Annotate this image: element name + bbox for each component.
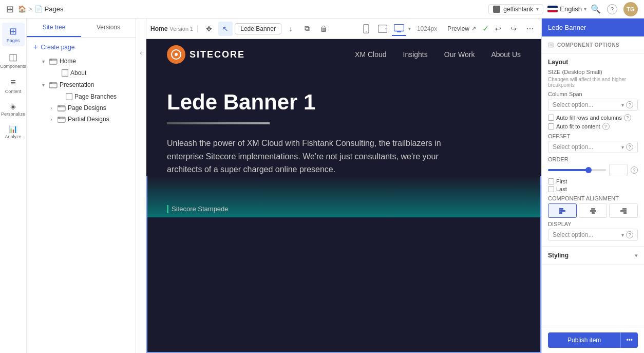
- order-number-input[interactable]: [609, 164, 628, 176]
- chevron-down-icon[interactable]: ▾: [39, 59, 47, 64]
- tab-site-tree[interactable]: Site tree: [27, 18, 81, 37]
- grid-icon-small: ⊞: [548, 41, 554, 49]
- duplicate-button[interactable]: ⧉: [300, 22, 314, 36]
- device-desktop-button[interactable]: [392, 22, 406, 36]
- chevron-right-icon-page-designs[interactable]: ›: [47, 105, 55, 111]
- publish-more-button[interactable]: •••: [620, 332, 638, 348]
- order-slider[interactable]: [548, 169, 606, 171]
- version-info: Version 1: [169, 26, 193, 32]
- breadcrumb-current: 📄 Pages: [34, 5, 64, 13]
- preview-button[interactable]: Preview ↗: [443, 23, 480, 34]
- display-chevron: ▾: [621, 232, 624, 238]
- right-panel-header: Lede Banner: [542, 18, 644, 36]
- tree-item-page-designs[interactable]: › Page Designs: [27, 102, 136, 114]
- tab-versions[interactable]: Versions: [81, 18, 136, 37]
- tree-item-home[interactable]: ▾ Home •••: [27, 55, 136, 67]
- redo-button[interactable]: ↪: [506, 22, 521, 36]
- search-icon[interactable]: 🔍: [591, 4, 601, 14]
- device-tablet-button[interactable]: [375, 22, 390, 36]
- tree-item-partial-designs[interactable]: › Partial Designs: [27, 114, 136, 125]
- offset-label: OFFSET: [548, 133, 638, 139]
- sidebar-item-pages[interactable]: ⊞ Pages: [2, 23, 25, 46]
- offset-chevron: ▾: [621, 144, 624, 150]
- tree-item-about[interactable]: About: [27, 67, 136, 79]
- nav-link-insights[interactable]: Insights: [403, 50, 428, 59]
- select-tool-button[interactable]: ↖: [218, 22, 233, 36]
- auto-fit-label: Auto fit to content: [556, 123, 600, 129]
- display-select[interactable]: Select option... ▾ ?: [548, 229, 638, 241]
- tree-item-label-presentation: Presentation: [60, 81, 126, 88]
- tree-item-label-home: Home: [60, 58, 126, 65]
- create-page-button[interactable]: + Create page: [27, 40, 136, 55]
- auto-fit-help[interactable]: ?: [602, 123, 610, 130]
- auto-fill-checkbox[interactable]: [548, 115, 554, 121]
- move-tool-button[interactable]: ✥: [202, 22, 216, 36]
- folder-icon-partial-designs: [58, 116, 66, 123]
- breadcrumb: 🏠 > 📄 Pages: [18, 5, 63, 13]
- align-center-button[interactable]: [579, 203, 608, 218]
- more-options-button[interactable]: ⋯: [523, 22, 537, 36]
- first-checkbox[interactable]: [548, 178, 554, 184]
- grid-icon[interactable]: ⊞: [6, 4, 14, 15]
- sidebar-item-personalize[interactable]: ◈ Personalize: [2, 99, 25, 120]
- panel-title: Lede Banner: [548, 24, 586, 31]
- language-chevron: ▾: [584, 6, 586, 12]
- offset-help-icon[interactable]: ?: [626, 143, 633, 151]
- sidebar-item-analyze[interactable]: 📊 Analyze: [2, 122, 25, 142]
- order-help-icon[interactable]: ?: [631, 166, 638, 174]
- sidebar-item-components[interactable]: ◫ Components: [2, 48, 25, 72]
- pages-icon: ⊞: [9, 26, 17, 37]
- bottom-text: Sitecore Stampede: [167, 205, 229, 213]
- styling-chevron: ▾: [635, 252, 638, 259]
- component-badge[interactable]: Lede Banner: [235, 23, 281, 34]
- svg-rect-3: [66, 94, 72, 100]
- nav-link-aboutus[interactable]: About Us: [491, 50, 521, 59]
- select-help-icon[interactable]: ?: [626, 101, 633, 108]
- column-span-select[interactable]: Select option... ▾ ?: [548, 99, 638, 111]
- components-icon: ◫: [9, 51, 17, 63]
- delete-button[interactable]: 🗑: [316, 22, 331, 36]
- tree-item-presentation[interactable]: ▾ Presentation •••: [27, 79, 136, 91]
- svg-point-9: [385, 28, 386, 29]
- last-checkbox[interactable]: [548, 186, 554, 192]
- tree-item-label-about: About: [70, 69, 134, 77]
- logo-text: SITECORE: [190, 49, 245, 60]
- display-help-icon[interactable]: ?: [626, 231, 633, 238]
- styling-section[interactable]: Styling ▾: [542, 247, 644, 265]
- sidebar-item-content[interactable]: ≡ Content: [2, 74, 25, 97]
- device-mobile-button[interactable]: [359, 22, 373, 36]
- align-left-button[interactable]: [548, 203, 577, 218]
- language-selector[interactable]: English ▾: [547, 5, 586, 13]
- nav-link-xmcloud[interactable]: XM Cloud: [355, 50, 386, 59]
- bottom-strip: Sitecore Stampede: [146, 176, 541, 217]
- sidebar-label-pages: Pages: [7, 38, 20, 43]
- move-down-button[interactable]: ↓: [283, 22, 298, 36]
- chevron-right-icon-partial-designs[interactable]: ›: [47, 117, 55, 122]
- auto-fill-help[interactable]: ?: [624, 114, 631, 121]
- tree-item-label-page-branches: Page Branches: [74, 93, 134, 100]
- align-right-button[interactable]: [609, 203, 638, 218]
- folder-icon-presentation: [49, 81, 58, 88]
- offset-select[interactable]: Select option... ▾ ?: [548, 141, 638, 153]
- folder-icon: [49, 58, 58, 65]
- publish-button[interactable]: Publish item: [548, 332, 620, 348]
- chevron-down-icon[interactable]: ▾: [408, 26, 411, 31]
- version-home-label: Home: [150, 25, 167, 32]
- undo-button[interactable]: ↩: [491, 22, 505, 36]
- home-icon[interactable]: 🏠: [18, 5, 26, 13]
- nav-link-ourwork[interactable]: Our Work: [444, 50, 475, 59]
- workspace-selector[interactable]: getfishtank ▾: [488, 4, 543, 14]
- help-icon[interactable]: ?: [607, 4, 617, 14]
- toggle-panel-button[interactable]: ‹: [136, 18, 146, 353]
- hero-text: Unleash the power of XM Cloud with Fisht…: [167, 137, 454, 176]
- preview-logo: SITECORE: [167, 45, 245, 64]
- avatar[interactable]: TG: [623, 2, 638, 16]
- tree-item-page-branches[interactable]: Page Branches: [27, 91, 136, 102]
- first-label: First: [556, 178, 567, 184]
- display-label: DISPLAY: [548, 221, 638, 227]
- chevron-down-icon-presentation[interactable]: ▾: [39, 82, 47, 88]
- svg-rect-18: [620, 210, 627, 212]
- folder-icon-page-designs: [58, 104, 66, 112]
- auto-fit-checkbox[interactable]: [548, 123, 554, 129]
- alignment-label: COMPONENT ALIGNMENT: [548, 195, 638, 201]
